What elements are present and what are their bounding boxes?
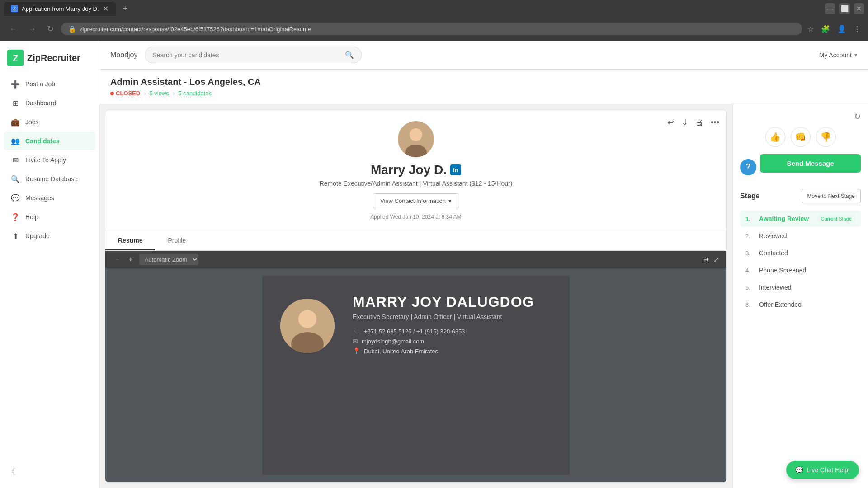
sidebar-item-dashboard[interactable]: ⊞ Dashboard	[4, 94, 95, 112]
chevron-down-icon: ▾	[854, 52, 857, 58]
stage-number-1: 1.	[745, 216, 755, 222]
close-btn[interactable]: ✕	[854, 3, 864, 14]
sidebar-label-jobs: Jobs	[25, 118, 39, 126]
right-sidebar-actions: ↻	[740, 112, 861, 122]
resume-fullscreen-btn[interactable]: ⤢	[713, 255, 719, 264]
thumbs-sideways-btn[interactable]: 👊	[791, 127, 811, 147]
zoom-in-btn[interactable]: +	[126, 253, 135, 265]
sidebar-item-invite[interactable]: ✉ Invite To Apply	[4, 151, 95, 169]
tab-label: Application from Marry Joy D.	[22, 5, 99, 12]
meta-divider: ›	[144, 90, 146, 97]
jobs-icon: 💼	[11, 117, 20, 127]
job-title: Admin Assistant - Los Angeles, CA	[110, 77, 857, 87]
sidebar-item-jobs[interactable]: 💼 Jobs	[4, 113, 95, 131]
stage-item-awaiting-review[interactable]: 1. Awaiting Review Current Stage	[740, 211, 861, 227]
move-to-next-stage-btn[interactable]: Move to Next Stage	[802, 189, 861, 203]
candidate-actions-top: ↩ ⇓ 🖨 •••	[667, 117, 719, 127]
resume-full-name: MARRY JOY DALUGDOG	[353, 294, 552, 310]
thumbs-down-btn[interactable]: 👎	[816, 127, 836, 147]
back-btn[interactable]: ←	[5, 23, 21, 36]
extension-icon[interactable]: 🧩	[819, 23, 832, 35]
stage-item-interviewed[interactable]: 5. Interviewed	[740, 279, 861, 296]
tab-favicon: Z	[11, 5, 18, 12]
stage-number-2: 2.	[745, 233, 755, 239]
tab-profile[interactable]: Profile	[155, 231, 198, 250]
resume-location-text: Dubai, United Arab Emirates	[364, 348, 438, 355]
send-message-btn[interactable]: Send Message	[760, 154, 861, 173]
stage-item-contacted[interactable]: 3. Contacted	[740, 245, 861, 261]
sidebar-label-help: Help	[25, 213, 38, 221]
tab-profile-label: Profile	[168, 237, 186, 244]
resume-phone: 📞 +971 52 685 5125 / +1 (915) 320-6353	[353, 328, 552, 335]
bookmark-icon[interactable]: ☆	[806, 23, 816, 35]
new-tab-btn[interactable]: +	[118, 1, 133, 16]
sidebar-collapse-btn[interactable]: 《	[0, 461, 99, 483]
share-icon[interactable]: ↩	[667, 117, 674, 127]
my-account-menu[interactable]: My Account ▾	[819, 52, 857, 59]
stage-item-reviewed[interactable]: 2. Reviewed	[740, 228, 861, 244]
stage-name-5: Interviewed	[759, 284, 792, 291]
svg-text:Z: Z	[13, 53, 18, 63]
refresh-btn[interactable]: ↻	[43, 22, 57, 36]
stage-list: 1. Awaiting Review Current Stage 2. Revi…	[740, 211, 861, 313]
sidebar-label-candidates: Candidates	[25, 137, 59, 145]
sidebar-item-upgrade[interactable]: ⬆ Upgrade	[4, 227, 95, 245]
zoom-out-btn[interactable]: −	[113, 253, 122, 265]
current-stage-badge: Current Stage	[817, 215, 855, 222]
url-text: ziprecruiter.com/contact/response/f02e45…	[80, 26, 311, 33]
minimize-btn[interactable]: —	[825, 3, 835, 14]
sidebar-label-resume-db: Resume Database	[25, 175, 78, 183]
stage-name-2: Reviewed	[759, 232, 787, 239]
print-icon[interactable]: 🖨	[695, 118, 703, 127]
download-icon[interactable]: ⇓	[681, 117, 688, 127]
browser-actions: ☆ 🧩 👤 ⋮	[806, 23, 863, 35]
top-header: Moodjoy 🔍 My Account ▾	[99, 41, 868, 70]
candidates-link[interactable]: 5 candidates	[178, 90, 212, 97]
stage-item-phone-screened[interactable]: 4. Phone Screened	[740, 262, 861, 278]
sidebar-item-resume-database[interactable]: 🔍 Resume Database	[4, 170, 95, 188]
meta-divider-2: ›	[173, 90, 175, 97]
resume-phone-text: +971 52 685 5125 / +1 (915) 320-6353	[364, 328, 465, 335]
stage-number-4: 4.	[745, 267, 755, 274]
window-controls: — ⬜ ✕	[825, 3, 864, 14]
refresh-icon[interactable]: ↻	[854, 112, 861, 122]
search-input[interactable]	[152, 52, 341, 59]
resume-print-btn[interactable]: 🖨	[703, 255, 710, 264]
sidebar-item-post-job[interactable]: ➕ Post a Job	[4, 75, 95, 93]
resume-header-section: MARRY JOY DALUGDOG Executive Secretary |…	[280, 294, 552, 357]
view-contact-info-btn[interactable]: View Contact Information ▾	[373, 193, 459, 208]
resume-location: 📍 Dubai, United Arab Emirates	[353, 347, 552, 355]
svg-point-6	[298, 310, 316, 328]
sidebar-item-candidates[interactable]: 👥 Candidates	[4, 132, 95, 150]
zoom-select[interactable]: Automatic Zoom	[139, 254, 198, 265]
menu-icon[interactable]: ⋮	[852, 23, 863, 35]
status-badge: CLOSED	[110, 90, 140, 97]
stage-header: Stage Move to Next Stage	[740, 189, 861, 203]
sidebar-nav: ➕ Post a Job ⊞ Dashboard 💼 Jobs 👥 Candid…	[0, 75, 99, 245]
stage-name-1: Awaiting Review	[759, 215, 809, 222]
send-message-row: ? Send Message	[740, 154, 861, 180]
main-content: Moodjoy 🔍 My Account ▾ Admin Assistant -…	[99, 41, 868, 488]
tab-close-btn[interactable]: ✕	[103, 5, 108, 13]
sidebar-item-help[interactable]: ❓ Help	[4, 208, 95, 226]
stage-number-3: 3.	[745, 250, 755, 257]
address-bar[interactable]: 🔒 ziprecruiter.com/contact/response/f02e…	[61, 23, 802, 35]
thumbs-up-btn[interactable]: 👍	[765, 127, 785, 147]
forward-btn[interactable]: →	[24, 23, 40, 36]
resume-actions-right: 🖨 ⤢	[703, 255, 719, 264]
candidate-detail: ↩ ⇓ 🖨 ••• Marry Joy D. i	[105, 110, 727, 483]
location-icon: 📍	[353, 347, 360, 355]
job-header: Admin Assistant - Los Angeles, CA CLOSED…	[99, 70, 868, 104]
active-tab[interactable]: Z Application from Marry Joy D. ✕	[4, 2, 116, 16]
live-chat-btn[interactable]: 💬 Live Chat Help!	[786, 461, 859, 479]
linkedin-icon[interactable]: in	[450, 164, 461, 175]
tab-resume[interactable]: Resume	[105, 231, 155, 250]
stage-item-offer-extended[interactable]: 6. Offer Extended	[740, 296, 861, 313]
more-options-icon[interactable]: •••	[711, 118, 719, 127]
maximize-btn[interactable]: ⬜	[839, 3, 850, 14]
sidebar-item-messages[interactable]: 💬 Messages	[4, 189, 95, 207]
profile-icon[interactable]: 👤	[835, 23, 848, 35]
views-link[interactable]: 5 views	[150, 90, 169, 97]
stage-title: Stage	[740, 192, 760, 200]
search-bar[interactable]: 🔍	[145, 47, 362, 63]
